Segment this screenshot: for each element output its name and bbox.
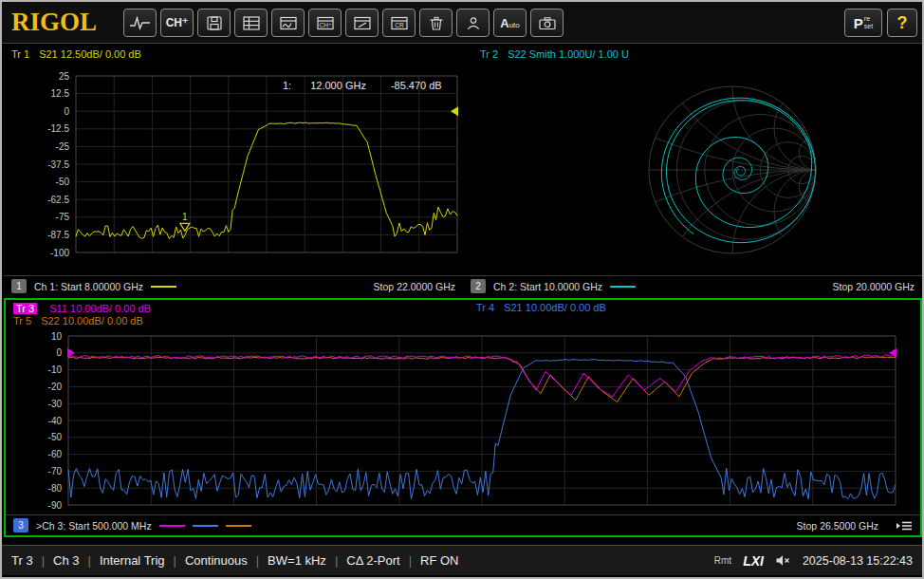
user-button[interactable] <box>456 9 490 37</box>
ch3-tr4-name: Tr 4 <box>476 302 494 313</box>
ch1-footer: 1 Ch 1: Start 8.00000 GHz Stop 22.0000 G… <box>4 275 463 296</box>
ch3-tr3-label: Tr 3 S11 10.00dB/ 0.00 dB <box>13 303 151 314</box>
datetime[interactable]: 2025-08-13 15:22:43 <box>803 554 913 568</box>
ch3-plot: 100-10-20-30-40-50-60-70-80-90 <box>6 328 920 511</box>
channel3-panel-active[interactable]: Tr 3 S11 10.00dB/ 0.00 dB Tr 4S21 10.00d… <box>4 298 922 537</box>
autoscale-label-main: A <box>500 16 508 30</box>
ch2-start-label[interactable]: Ch 2: Start 10.0000 GHz <box>493 281 602 292</box>
svg-text:-87.5: -87.5 <box>47 230 69 240</box>
ch1-trace-detail: S21 12.50dB/ 0.00 dB <box>39 48 141 60</box>
status-item-ch-3[interactable]: Ch 3 <box>53 553 79 568</box>
status-separator: | <box>88 553 91 568</box>
svg-text:-75: -75 <box>56 212 70 222</box>
autoscale-button[interactable]: Auto <box>493 9 527 37</box>
preset-label-main: P <box>854 15 863 31</box>
svg-text:0: 0 <box>64 106 69 117</box>
ch2-trace-color-sample <box>610 286 636 288</box>
mute-icon[interactable] <box>775 554 791 567</box>
svg-text:-30: -30 <box>48 399 63 409</box>
delete-button[interactable] <box>419 9 453 37</box>
svg-text:10: 10 <box>51 331 63 342</box>
ch1-badge: 1 <box>11 279 27 293</box>
svg-text:-50: -50 <box>56 177 70 187</box>
svg-text:1: 1 <box>182 212 188 222</box>
window-add-channel-button[interactable]: CH⁺ <box>308 9 342 37</box>
ch3-footer: 3 >Ch 3: Start 500.000 MHz Stop 26.5000 … <box>6 514 920 535</box>
help-label: ? <box>897 13 908 33</box>
window-cr-button[interactable]: CR <box>382 9 416 37</box>
menu-collapse-icon[interactable] <box>896 519 913 532</box>
ch2-trace-label: Tr 2S22 Smith 1.000U/ 1.00 U <box>480 48 629 60</box>
window-trace-button[interactable] <box>271 9 305 37</box>
ch1-trace-name: Tr 1 <box>11 48 29 60</box>
screenshot-button[interactable] <box>530 9 564 37</box>
svg-text:0: 0 <box>56 347 62 358</box>
add-channel-button[interactable]: CH⁺ <box>160 9 194 37</box>
help-button[interactable]: ? <box>887 9 917 37</box>
save-button[interactable] <box>197 9 231 37</box>
add-channel-label: CH⁺ <box>166 16 189 29</box>
status-items: Tr 3|Ch 3|Internal Trig|Continuous|BW=1 … <box>11 553 458 568</box>
ch1-trace-label: Tr 1S21 12.50dB/ 0.00 dB <box>11 48 141 60</box>
lxi-logo[interactable]: LXI <box>743 553 764 569</box>
rigol-logo: RIGOL <box>11 8 97 37</box>
channel2-panel[interactable]: Tr 2S22 Smith 1.000U/ 1.00 U 2 Ch 2: Sta… <box>463 46 922 296</box>
ch2-stop-label[interactable]: Stop 20.0000 GHz <box>833 281 915 292</box>
status-item-bw-1-khz[interactable]: BW=1 kHz <box>268 553 326 568</box>
ch3-tr3-detail: S11 10.00dB/ 0.00 dB <box>49 303 151 314</box>
svg-text:-10: -10 <box>48 364 63 375</box>
svg-text:-40: -40 <box>48 416 63 426</box>
ch3-stop-label[interactable]: Stop 26.5000 GHz <box>797 520 878 532</box>
waveform-button[interactable] <box>123 9 157 37</box>
window-add-channel-icon: CH⁺ <box>315 15 336 31</box>
svg-text:CR: CR <box>395 22 404 28</box>
camera-icon <box>537 15 558 31</box>
ch1-start-label[interactable]: Ch 1: Start 8.00000 GHz <box>34 281 143 292</box>
status-item-continuous[interactable]: Continuous <box>185 553 248 568</box>
svg-text:-20: -20 <box>48 382 63 392</box>
waveform-icon <box>129 15 152 30</box>
ch2-trace-detail: S22 Smith 1.000U/ 1.00 U <box>508 48 629 60</box>
datasheet-button[interactable] <box>234 9 268 37</box>
channel1-panel[interactable]: Tr 1S21 12.50dB/ 0.00 dB 1: 12.000 GHz -… <box>4 46 463 296</box>
user-icon <box>463 15 484 31</box>
svg-text:-25: -25 <box>56 141 70 152</box>
remote-indicator: Rmt <box>714 555 731 566</box>
status-separator: | <box>335 553 338 568</box>
window-trace-icon <box>278 15 299 31</box>
status-item-rf-on[interactable]: RF ON <box>420 553 458 568</box>
svg-text:-37.5: -37.5 <box>47 159 69 170</box>
svg-text:-70: -70 <box>48 466 63 476</box>
ch3-start-label[interactable]: >Ch 3: Start 500.000 MHz <box>36 520 152 532</box>
svg-text:-80: -80 <box>48 483 63 494</box>
datasheet-icon <box>241 15 262 31</box>
ch3-s21-color-sample <box>193 525 218 527</box>
status-item-tr-3[interactable]: Tr 3 <box>11 553 33 568</box>
vna-screen: RIGOL CH⁺ CH⁺ CR <box>0 0 924 579</box>
status-bar: Tr 3|Ch 3|Internal Trig|Continuous|BW=1 … <box>2 545 922 575</box>
ch3-tr5-label: Tr 5S22 10.00dB/ 0.00 dB <box>13 315 143 327</box>
ch2-badge: 2 <box>471 279 486 293</box>
ch3-tr5-detail: S22 10.00dB/ 0.00 dB <box>41 315 143 327</box>
ch1-plot: 2512.50-12.5-25-37.5-50-62.5-75-87.5-100… <box>4 68 463 270</box>
status-right: Rmt LXI 2025-08-13 15:22:43 <box>714 553 913 569</box>
trash-icon <box>426 15 447 31</box>
ch1-stop-label[interactable]: Stop 22.0000 GHz <box>374 281 455 292</box>
ch3-badge: 3 <box>13 518 28 532</box>
status-item-internal-trig[interactable]: Internal Trig <box>100 553 165 568</box>
window-edit-button[interactable] <box>345 9 379 37</box>
ch1-trace-color-sample <box>151 286 176 288</box>
status-separator: | <box>409 553 412 568</box>
ch2-trace-name: Tr 2 <box>480 48 498 60</box>
ch3-tr4-label: Tr 4S21 10.00dB/ 0.00 dB <box>476 302 606 313</box>
toolbar-right: P re set ? <box>844 9 917 37</box>
save-disk-icon <box>204 15 225 31</box>
preset-button[interactable]: P re set <box>844 9 882 37</box>
window-edit-icon <box>352 15 373 31</box>
ch3-tr3-name[interactable]: Tr 3 <box>13 303 37 314</box>
toolbar-buttons: CH⁺ CH⁺ CR <box>123 9 564 37</box>
ch3-s11-color-sample <box>159 525 185 527</box>
ch3-tr4-detail: S21 10.00dB/ 0.00 dB <box>504 302 606 313</box>
svg-text:-60: -60 <box>48 449 63 459</box>
status-item-c-2-port[interactable]: CΔ 2-Port <box>346 553 399 568</box>
